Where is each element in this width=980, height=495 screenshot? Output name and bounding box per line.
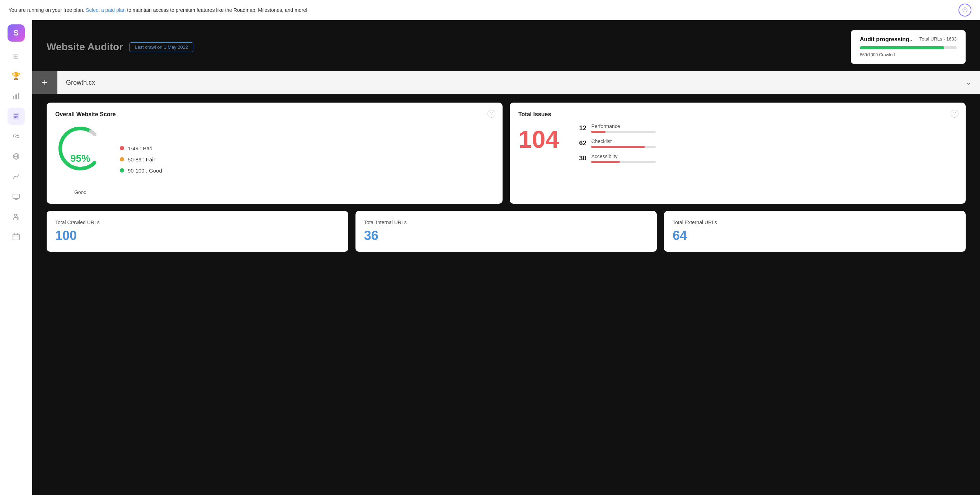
add-site-button[interactable]: + bbox=[32, 71, 57, 94]
legend-item-good: 90-100 : Good bbox=[120, 167, 162, 173]
legend-item-fair: 50-89 : Fair bbox=[120, 156, 162, 162]
issue-bar-fill-performance bbox=[591, 131, 606, 133]
score-card-body: 95% Good 1-49 : Bad 50-89 : Fair bbox=[55, 123, 494, 195]
sidebar-item-calendar[interactable] bbox=[8, 228, 25, 245]
score-center: 95% bbox=[70, 153, 91, 164]
issue-info-checklist: Checklist bbox=[591, 138, 957, 148]
issues-breakdown: 12 Performance 62 bbox=[573, 123, 957, 163]
cards-row: Overall Website Score ? bbox=[47, 103, 966, 204]
svg-rect-6 bbox=[14, 117, 16, 118]
score-gauge-svg bbox=[55, 123, 105, 173]
page-header: Website Auditor Last crawl on 1 May 2022… bbox=[32, 20, 980, 71]
stat-card-crawled: Total Crawled URLs 100 bbox=[47, 211, 348, 252]
main-scroll: Overall Website Score ? bbox=[32, 94, 980, 495]
sidebar-item-users[interactable] bbox=[8, 208, 25, 225]
page-title: Website Auditor bbox=[47, 41, 123, 53]
select-plan-link[interactable]: Select a paid plan bbox=[86, 7, 126, 13]
sidebar-item-analytics[interactable] bbox=[8, 168, 25, 185]
score-card: Overall Website Score ? bbox=[47, 103, 503, 204]
sidebar-item-dashboard[interactable]: ⊞ bbox=[8, 47, 25, 65]
page-header-left: Website Auditor Last crawl on 1 May 2022 bbox=[47, 41, 193, 53]
bottom-cards-row: Total Crawled URLs 100 Total Internal UR… bbox=[47, 211, 966, 252]
issues-card-title: Total Issues bbox=[518, 111, 957, 118]
score-value: 95% bbox=[70, 153, 91, 164]
audit-crawled-text: 869/1000 Crawled bbox=[860, 53, 895, 57]
sidebar-item-auditor[interactable] bbox=[8, 108, 25, 125]
svg-rect-4 bbox=[14, 115, 18, 115]
issue-bar-bg-performance bbox=[591, 131, 656, 133]
audit-progress-bar-bg bbox=[860, 46, 957, 49]
banner-text: You are running on your free plan. Selec… bbox=[9, 7, 307, 13]
stat-card-external: Total External URLs 64 bbox=[664, 211, 966, 252]
audit-progress-bar-fill bbox=[860, 46, 944, 49]
issue-count-checklist: 62 bbox=[573, 140, 586, 147]
issue-bar-bg-checklist bbox=[591, 146, 656, 148]
audit-total-urls: Total URLs - 1603 bbox=[920, 36, 957, 43]
stat-card-internal: Total Internal URLs 36 bbox=[355, 211, 657, 252]
svg-rect-1 bbox=[16, 94, 17, 99]
issue-info-performance: Performance bbox=[591, 123, 957, 133]
stat-card-internal-value: 36 bbox=[364, 228, 649, 243]
svg-rect-0 bbox=[13, 96, 14, 99]
issue-row-performance: 12 Performance bbox=[573, 123, 957, 133]
legend-dot-fair bbox=[120, 157, 124, 161]
chevron-down-icon: ⌄ bbox=[966, 78, 971, 86]
sidebar-logo: S bbox=[8, 24, 25, 41]
stat-card-external-value: 64 bbox=[673, 228, 957, 243]
issue-row-accessibility: 30 Accessibilty bbox=[573, 153, 957, 163]
issue-name-accessibility: Accessibilty bbox=[591, 153, 957, 159]
svg-rect-10 bbox=[13, 194, 19, 198]
issues-help-button[interactable]: ? bbox=[951, 110, 958, 118]
legend-dot-bad bbox=[120, 146, 124, 150]
issue-info-accessibility: Accessibilty bbox=[591, 153, 957, 163]
issue-count-performance: 12 bbox=[573, 124, 586, 132]
app-layout: S ⊞ 🏆 bbox=[0, 20, 980, 495]
sidebar: S ⊞ 🏆 bbox=[0, 20, 32, 495]
toolbar-row: + Growth.cx ⌄ bbox=[32, 71, 980, 94]
svg-rect-14 bbox=[13, 234, 19, 240]
crawl-badge: Last crawl on 1 May 2022 bbox=[129, 42, 193, 52]
sidebar-item-monitor[interactable] bbox=[8, 188, 25, 205]
issues-card-body: 104 12 Performance bbox=[518, 123, 957, 163]
top-banner: You are running on your free plan. Selec… bbox=[0, 0, 980, 20]
issue-row-checklist: 62 Checklist bbox=[573, 138, 957, 148]
issues-total: 104 bbox=[518, 127, 559, 151]
score-gauge-wrapper: 95% Good bbox=[55, 123, 105, 195]
sidebar-item-chart[interactable] bbox=[8, 88, 25, 105]
legend-dot-good bbox=[120, 168, 124, 172]
audit-progress-box: Audit progressing.. Total URLs - 1603 86… bbox=[851, 30, 966, 64]
user-avatar[interactable]: ☉ bbox=[958, 3, 971, 16]
site-name: Growth.cx bbox=[66, 79, 95, 86]
svg-point-13 bbox=[14, 214, 16, 216]
issue-bar-fill-checklist bbox=[591, 146, 645, 148]
issue-name-performance: Performance bbox=[591, 123, 957, 129]
stat-card-crawled-value: 100 bbox=[55, 228, 340, 243]
score-label: Good bbox=[55, 189, 105, 195]
issue-count-accessibility: 30 bbox=[573, 154, 586, 162]
issues-card: Total Issues ? 104 12 Performance bbox=[510, 103, 966, 204]
score-card-title: Overall Website Score bbox=[55, 111, 494, 118]
legend-item-bad: 1-49 : Bad bbox=[120, 145, 162, 151]
sidebar-item-globe[interactable] bbox=[8, 148, 25, 165]
issue-name-checklist: Checklist bbox=[591, 138, 957, 144]
stat-card-crawled-title: Total Crawled URLs bbox=[55, 220, 340, 225]
sidebar-item-trophy[interactable]: 🏆 bbox=[8, 67, 25, 84]
issue-bar-bg-accessibility bbox=[591, 161, 656, 163]
issue-bar-fill-accessibility bbox=[591, 161, 620, 163]
svg-rect-5 bbox=[14, 116, 18, 116]
audit-progress-header: Audit progressing.. Total URLs - 1603 bbox=[860, 36, 957, 43]
score-help-button[interactable]: ? bbox=[487, 110, 495, 118]
sidebar-item-links[interactable] bbox=[8, 128, 25, 145]
svg-rect-2 bbox=[18, 93, 19, 99]
stat-card-external-title: Total External URLs bbox=[673, 220, 957, 225]
stat-card-internal-title: Total Internal URLs bbox=[364, 220, 649, 225]
content-area: Website Auditor Last crawl on 1 May 2022… bbox=[32, 20, 980, 495]
audit-progressing-label: Audit progressing.. bbox=[860, 36, 913, 43]
site-selector[interactable]: Growth.cx ⌄ bbox=[57, 71, 980, 94]
score-legend: 1-49 : Bad 50-89 : Fair 90-100 : Good bbox=[120, 145, 162, 173]
